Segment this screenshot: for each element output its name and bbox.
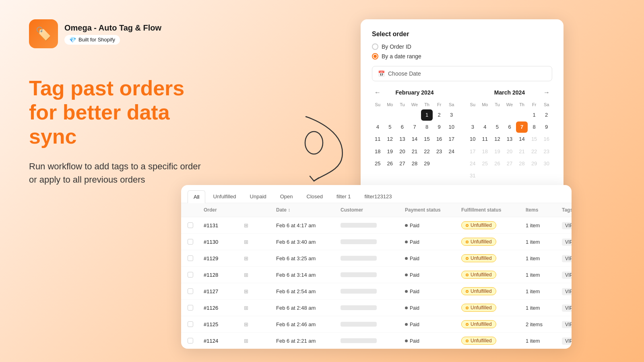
- mar-day-8[interactable]: 8: [528, 121, 540, 133]
- row-order-num[interactable]: #1129: [204, 255, 244, 261]
- feb-day-20[interactable]: 20: [396, 146, 408, 157]
- mar-day-17[interactable]: 17: [467, 146, 479, 157]
- tab-open[interactable]: Open: [274, 190, 299, 203]
- mar-day-10[interactable]: 10: [467, 134, 479, 145]
- mar-day-6[interactable]: 6: [504, 121, 516, 133]
- tab-closed[interactable]: Closed: [301, 190, 329, 203]
- row-date: Feb 6 at 2:54 am: [276, 288, 341, 294]
- tab-unpaid[interactable]: Unpaid: [244, 190, 272, 203]
- feb-day-2[interactable]: 2: [433, 109, 445, 121]
- mar-day-15[interactable]: 15: [528, 134, 540, 145]
- feb-day-22[interactable]: 22: [421, 146, 433, 157]
- feb-day-11[interactable]: 11: [372, 134, 384, 145]
- row-checkbox[interactable]: [188, 255, 204, 261]
- next-month-button[interactable]: →: [541, 88, 552, 97]
- mar-day-23[interactable]: 23: [541, 146, 552, 157]
- radio-date-range[interactable]: By a date range: [372, 53, 552, 60]
- mar-day-3[interactable]: 3: [467, 121, 479, 133]
- orders-card: All Unfulfilled Unpaid Open Closed filte…: [181, 185, 572, 349]
- row-checkbox[interactable]: [188, 338, 204, 343]
- row-items: 1 item: [526, 222, 562, 228]
- feb-day-8[interactable]: 8: [421, 121, 433, 133]
- feb-day-18[interactable]: 18: [372, 146, 384, 157]
- feb-day-15[interactable]: 15: [421, 134, 433, 145]
- row-order-num[interactable]: #1128: [204, 272, 244, 278]
- feb-day-29[interactable]: 29: [421, 158, 433, 169]
- row-customer: [341, 305, 405, 310]
- mar-day-9[interactable]: 9: [541, 121, 552, 133]
- feb-day-27[interactable]: 27: [396, 158, 408, 169]
- feb-day-19[interactable]: 19: [384, 146, 396, 157]
- mar-day-14[interactable]: 14: [516, 134, 528, 145]
- row-checkbox[interactable]: [188, 272, 204, 278]
- mar-day-30[interactable]: 30: [541, 158, 552, 169]
- row-checkbox[interactable]: [188, 239, 204, 245]
- feb-day-24[interactable]: 24: [446, 146, 457, 157]
- tab-unfulfilled[interactable]: Unfulfilled: [207, 190, 242, 203]
- day-name-mo: Mo: [384, 101, 396, 109]
- mar-day-24[interactable]: 24: [467, 158, 479, 169]
- mar-day-22[interactable]: 22: [528, 146, 540, 157]
- feb-day-4[interactable]: 4: [372, 121, 384, 133]
- mar-day-19[interactable]: 19: [491, 146, 503, 157]
- mar-day-20[interactable]: 20: [504, 146, 516, 157]
- mar-day-21[interactable]: 21: [516, 146, 528, 157]
- row-tags: VIP-500: [562, 321, 572, 327]
- mar-day-2[interactable]: 2: [541, 109, 552, 121]
- row-order-num[interactable]: #1125: [204, 321, 244, 327]
- feb-day-7[interactable]: 7: [409, 121, 421, 133]
- tab-filter123123[interactable]: filter123123: [358, 190, 398, 203]
- feb-day-16[interactable]: 16: [433, 134, 445, 145]
- feb-day-25[interactable]: 25: [372, 158, 384, 169]
- choose-date-button[interactable]: 📅 Choose Date: [372, 66, 552, 81]
- row-payment: Paid: [405, 222, 461, 228]
- row-order-num[interactable]: #1124: [204, 338, 244, 344]
- row-order-num[interactable]: #1131: [204, 222, 244, 228]
- mar-day-12[interactable]: 12: [491, 134, 503, 145]
- tab-all[interactable]: All: [188, 190, 205, 203]
- feb-empty-1: [372, 109, 384, 121]
- row-order-num[interactable]: #1130: [204, 239, 244, 245]
- mar-day-18[interactable]: 18: [479, 146, 491, 157]
- row-checkbox[interactable]: [188, 305, 204, 311]
- mar-day-11[interactable]: 11: [479, 134, 491, 145]
- feb-day-6[interactable]: 6: [396, 121, 408, 133]
- mar-day-29[interactable]: 29: [528, 158, 540, 169]
- row-checkbox[interactable]: [188, 288, 204, 294]
- decorative-arrow: [282, 105, 362, 185]
- radio-order-id[interactable]: By Order ID: [372, 43, 552, 50]
- feb-day-14[interactable]: 14: [409, 134, 421, 145]
- feb-day-23[interactable]: 23: [433, 146, 445, 157]
- mar-day-1[interactable]: 1: [528, 109, 540, 121]
- row-date: Feb 6 at 3:40 am: [276, 239, 341, 245]
- feb-day-13[interactable]: 13: [396, 134, 408, 145]
- tab-filter1[interactable]: filter 1: [330, 190, 357, 203]
- mar-day-4[interactable]: 4: [479, 121, 491, 133]
- mar-day-28[interactable]: 28: [516, 158, 528, 169]
- mar-day-27[interactable]: 27: [504, 158, 516, 169]
- mar-day-31[interactable]: 31: [467, 170, 479, 181]
- row-order-num[interactable]: #1127: [204, 288, 244, 294]
- mar-day-25[interactable]: 25: [479, 158, 491, 169]
- feb-day-3[interactable]: 3: [446, 109, 457, 121]
- tab-bar: All Unfulfilled Unpaid Open Closed filte…: [181, 185, 572, 203]
- feb-day-10[interactable]: 10: [446, 121, 457, 133]
- feb-day-9[interactable]: 9: [433, 121, 445, 133]
- mar-day-5[interactable]: 5: [491, 121, 503, 133]
- prev-month-button[interactable]: ←: [372, 88, 383, 97]
- row-order-num[interactable]: #1126: [204, 305, 244, 311]
- feb-day-21[interactable]: 21: [409, 146, 421, 157]
- col-date[interactable]: Date ↕: [276, 207, 341, 213]
- mar-day-16[interactable]: 16: [541, 134, 552, 145]
- feb-day-5[interactable]: 5: [384, 121, 396, 133]
- mar-day-26[interactable]: 26: [491, 158, 503, 169]
- mar-day-7[interactable]: 7: [516, 121, 528, 133]
- row-checkbox[interactable]: [188, 321, 204, 327]
- feb-day-17[interactable]: 17: [446, 134, 457, 145]
- feb-day-1[interactable]: 1: [421, 109, 433, 121]
- feb-day-12[interactable]: 12: [384, 134, 396, 145]
- mar-day-13[interactable]: 13: [504, 134, 516, 145]
- feb-day-28[interactable]: 28: [409, 158, 421, 169]
- row-checkbox[interactable]: [188, 222, 204, 228]
- feb-day-26[interactable]: 26: [384, 158, 396, 169]
